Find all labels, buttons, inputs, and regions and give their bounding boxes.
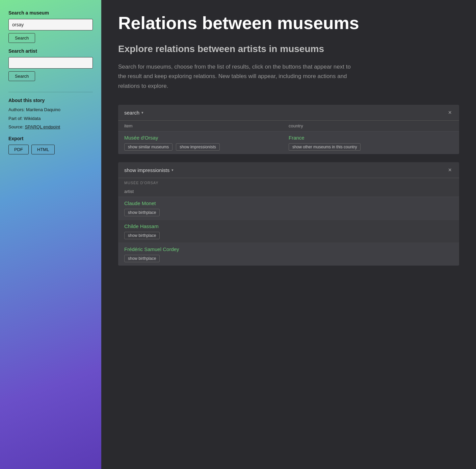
artist-search-label: Search artist [8, 48, 93, 54]
table-impressionists-panel: artistClaude Monetshow birthplaceChilde … [118, 186, 459, 266]
source-text: Source: SPARQL endpoint [8, 124, 93, 130]
panel-label: search [124, 110, 139, 116]
cell-value: Musée d'Orsay [124, 135, 289, 141]
artist-search-input[interactable] [8, 57, 93, 69]
action-btn-show-impressionists[interactable]: show impressionists [176, 143, 219, 151]
chevron-down-icon: ▾ [141, 110, 143, 115]
cell-value: France [289, 135, 453, 141]
table-row: Frédéric Samuel Cordeyshow birthplace [118, 243, 459, 266]
table-cell: Franceshow other museums in this country [289, 135, 453, 151]
about-title: About this story [8, 98, 93, 103]
cell-actions: show birthplace [124, 208, 453, 216]
col-header-country: country [289, 123, 453, 128]
panel-subtitle-impressionists-panel: MUSÉE D'ORSAY [118, 178, 459, 186]
export-section: Export PDF HTML [8, 136, 93, 154]
table-header-row: artist [118, 186, 459, 197]
cell-actions: show similar museumsshow impressionists [124, 142, 289, 151]
chevron-down-icon: ▾ [171, 168, 174, 172]
sparql-link[interactable]: SPARQL endpoint [25, 124, 60, 129]
panel-impressionists-panel: show impressionists▾×MUSÉE D'ORSAYartist… [118, 162, 459, 266]
museum-search-button[interactable]: Search [8, 33, 35, 43]
table-row: Claude Monetshow birthplace [118, 197, 459, 220]
panel-close-button-impressionists-panel[interactable]: × [447, 167, 453, 173]
page-title: Relations between museums [118, 14, 459, 33]
action-btn-show-birthplace[interactable]: show birthplace [124, 232, 160, 239]
panel-label: show impressionists [124, 167, 169, 173]
table-cell: Childe Hassamshow birthplace [124, 223, 453, 239]
table-header-row: itemcountry [118, 121, 459, 131]
cell-actions: show birthplace [124, 231, 453, 239]
part-of-text: Part of: Wikidata [8, 115, 93, 122]
cell-actions: show other museums in this country [289, 142, 453, 151]
col-header-artist: artist [124, 189, 453, 194]
museum-search-input[interactable] [8, 19, 93, 30]
export-pdf-button[interactable]: PDF [8, 145, 29, 154]
cell-value: Childe Hassam [124, 223, 453, 229]
table-cell: Frédéric Samuel Cordeyshow birthplace [124, 246, 453, 262]
panel-close-button-search-panel[interactable]: × [447, 109, 453, 116]
table-cell: Claude Monetshow birthplace [124, 200, 453, 216]
panels-container: search▾×itemcountryMusée d'Orsayshow sim… [118, 105, 459, 266]
action-btn-show-birthplace[interactable]: show birthplace [124, 209, 160, 216]
action-btn-show-similar-museums[interactable]: show similar museums [124, 143, 173, 151]
col-header-item: item [124, 123, 289, 128]
panel-search-panel: search▾×itemcountryMusée d'Orsayshow sim… [118, 105, 459, 154]
table-row: Musée d'Orsayshow similar museumsshow im… [118, 131, 459, 154]
artist-search-button[interactable]: Search [8, 71, 35, 81]
export-html-button[interactable]: HTML [31, 145, 55, 154]
table-cell: Musée d'Orsayshow similar museumsshow im… [124, 135, 289, 151]
description: Search for museums, choose from the list… [118, 62, 354, 92]
cell-value: Frédéric Samuel Cordey [124, 246, 453, 252]
cell-value: Claude Monet [124, 200, 453, 206]
sidebar-divider [8, 92, 93, 92]
action-btn-show-other-museums-in-this-country[interactable]: show other museums in this country [289, 143, 361, 151]
export-title: Export [8, 136, 93, 141]
panel-header-impressionists-panel: show impressionists▾× [118, 162, 459, 178]
museum-search-label: Search a museum [8, 10, 93, 16]
action-btn-show-birthplace[interactable]: show birthplace [124, 255, 160, 262]
main-content: Relations between museums Explore relati… [101, 0, 476, 469]
table-row: Childe Hassamshow birthplace [118, 220, 459, 243]
about-section: About this story Authors: Marilena Daqui… [8, 98, 93, 130]
table-search-panel: itemcountryMusée d'Orsayshow similar mus… [118, 121, 459, 154]
subtitle: Explore relations between artists in mus… [118, 43, 459, 55]
authors-text: Authors: Marilena Daquino [8, 106, 93, 113]
artist-search-section: Search artist Search [8, 48, 93, 87]
museum-search-section: Search a museum Search [8, 10, 93, 48]
cell-actions: show birthplace [124, 254, 453, 262]
sidebar: Search a museum Search Search artist Sea… [0, 0, 101, 469]
export-buttons: PDF HTML [8, 145, 93, 154]
panel-header-search-panel: search▾× [118, 105, 459, 121]
